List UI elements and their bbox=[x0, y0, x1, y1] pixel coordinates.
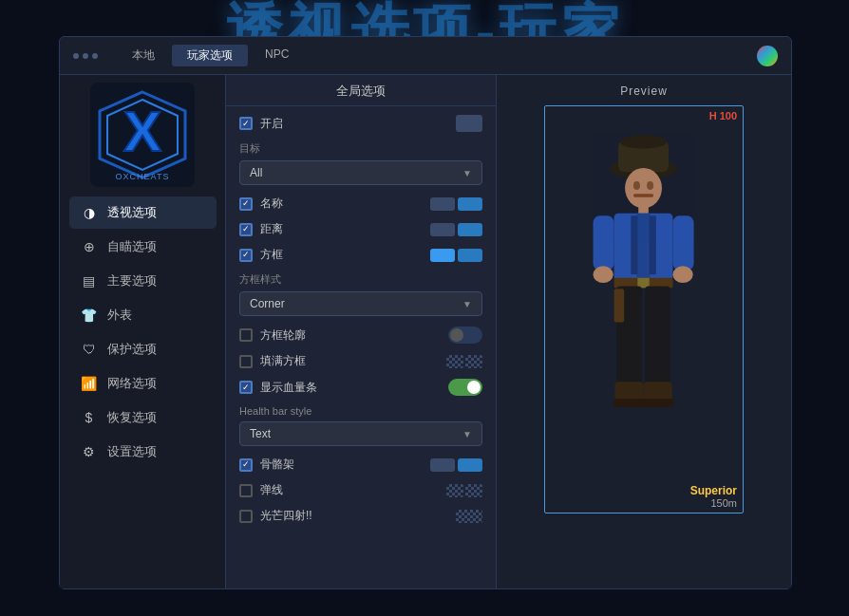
sidebar-label-settings: 设置选项 bbox=[107, 443, 157, 460]
target-dropdown[interactable]: All ▼ bbox=[239, 160, 482, 185]
spring-checker-2[interactable] bbox=[465, 484, 482, 497]
sidebar-label-aim: 自瞄选项 bbox=[107, 238, 157, 255]
distance-toggles bbox=[430, 223, 482, 236]
section-title: 全局选项 bbox=[226, 75, 496, 106]
target-sublabel: 目标 bbox=[226, 137, 496, 158]
content-area: 全局选项 开启 目标 All ▼ 名 bbox=[226, 75, 791, 588]
enable-checkbox[interactable] bbox=[239, 117, 253, 130]
glow-label: 光芒四射!! bbox=[260, 508, 448, 524]
target-dropdown-row: All ▼ bbox=[226, 158, 496, 191]
spring-toggle bbox=[446, 484, 482, 497]
fill-frame-checkbox[interactable] bbox=[239, 355, 253, 368]
svg-rect-27 bbox=[613, 399, 646, 407]
main-icon: ▤ bbox=[81, 272, 98, 289]
health-bar-style-sublabel: Health bar style bbox=[226, 401, 496, 419]
frame-style-dropdown[interactable]: Corner ▼ bbox=[239, 291, 482, 316]
svg-rect-18 bbox=[673, 215, 694, 270]
svg-point-10 bbox=[648, 181, 654, 190]
network-icon: 📶 bbox=[81, 375, 98, 392]
checker-box-2[interactable] bbox=[465, 355, 482, 368]
frame-row: 方框 bbox=[226, 242, 496, 268]
sidebar-item-visuals[interactable]: ◑ 透视选项 bbox=[69, 196, 217, 229]
svg-point-9 bbox=[633, 181, 640, 190]
fill-frame-row: 填满方框 bbox=[226, 348, 496, 374]
superior-label: Superior 150m bbox=[690, 484, 737, 509]
tab-local[interactable]: 本地 bbox=[117, 45, 170, 66]
visuals-icon: ◑ bbox=[81, 204, 98, 221]
health-style-arrow: ▼ bbox=[462, 429, 472, 439]
svg-point-8 bbox=[626, 168, 663, 208]
sidebar-item-network[interactable]: 📶 网络选项 bbox=[69, 367, 217, 400]
target-dropdown-arrow: ▼ bbox=[462, 168, 472, 178]
sidebar-item-aim[interactable]: ⊕ 自瞄选项 bbox=[69, 231, 217, 263]
skeleton-toggle-off[interactable] bbox=[430, 458, 455, 472]
sidebar-label-appearance: 外表 bbox=[107, 307, 132, 324]
glow-checkbox[interactable] bbox=[239, 510, 253, 523]
sidebar-item-main[interactable]: ▤ 主要选项 bbox=[69, 265, 217, 297]
distance-label: 距离 bbox=[260, 221, 423, 237]
svg-rect-29 bbox=[614, 289, 625, 322]
show-health-toggle[interactable] bbox=[448, 379, 482, 396]
aim-icon: ⊕ bbox=[81, 238, 98, 255]
sidebar-item-appearance[interactable]: 👕 外表 bbox=[69, 299, 217, 331]
spring-checkbox[interactable] bbox=[239, 484, 253, 497]
distance-toggle-on[interactable] bbox=[458, 223, 482, 236]
sidebar-item-protection[interactable]: 🛡 保护选项 bbox=[69, 333, 217, 365]
sidebar-label-network: 网络选项 bbox=[107, 375, 157, 392]
skeleton-checkbox[interactable] bbox=[239, 458, 253, 472]
name-toggle-off[interactable] bbox=[430, 197, 455, 211]
svg-point-19 bbox=[594, 266, 613, 283]
frame-toggle-on1[interactable] bbox=[430, 249, 455, 262]
spring-checker-1[interactable] bbox=[446, 484, 463, 497]
svg-rect-24 bbox=[646, 286, 671, 386]
body-area: X OXCHEATS ◑ 透视选项 ⊕ 自瞄选项 ▤ 主要选项 👕 外表 bbox=[60, 75, 791, 588]
name-label: 名称 bbox=[260, 196, 423, 212]
spring-label: 弹线 bbox=[260, 482, 439, 498]
glow-toggle[interactable] bbox=[456, 510, 482, 523]
dot-2 bbox=[83, 53, 88, 59]
sidebar-label-visuals: 透视选项 bbox=[107, 204, 157, 221]
svg-point-20 bbox=[673, 266, 693, 283]
sidebar-item-recovery[interactable]: $ 恢复选项 bbox=[69, 401, 217, 434]
enable-toggle[interactable] bbox=[456, 115, 482, 132]
svg-point-7 bbox=[620, 135, 667, 148]
name-toggle-on[interactable] bbox=[458, 197, 482, 211]
name-checkbox[interactable] bbox=[239, 197, 253, 211]
spring-row: 弹线 bbox=[226, 477, 496, 503]
logo-area: X OXCHEATS bbox=[90, 83, 195, 187]
preview-title: Preview bbox=[620, 84, 668, 98]
skeleton-row: 骨骼架 bbox=[226, 452, 496, 477]
svg-text:OXCHEATS: OXCHEATS bbox=[116, 172, 170, 181]
distance-toggle-off[interactable] bbox=[430, 223, 455, 236]
enable-row: 开启 bbox=[226, 110, 496, 137]
frame-border-toggle[interactable] bbox=[448, 327, 482, 344]
skeleton-toggle-on[interactable] bbox=[458, 458, 482, 472]
tab-npc[interactable]: NPC bbox=[250, 45, 304, 66]
health-style-value: Text bbox=[250, 427, 271, 440]
dot-1 bbox=[73, 53, 79, 59]
checker-box-1[interactable] bbox=[446, 355, 463, 368]
distance-checkbox[interactable] bbox=[239, 223, 253, 236]
svg-rect-17 bbox=[594, 215, 614, 270]
main-panel: 本地 玩家选项 NPC X OXCHEATS bbox=[59, 36, 792, 589]
sidebar-item-settings[interactable]: ⚙ 设置选项 bbox=[69, 436, 217, 468]
color-picker-icon[interactable] bbox=[757, 46, 778, 66]
frame-style-arrow: ▼ bbox=[462, 299, 472, 309]
skeleton-label: 骨骼架 bbox=[260, 457, 423, 473]
svg-rect-12 bbox=[639, 205, 650, 214]
top-tabs: 本地 玩家选项 NPC bbox=[117, 45, 304, 66]
frame-toggle-on2[interactable] bbox=[458, 249, 482, 262]
frame-checkbox[interactable] bbox=[239, 249, 253, 262]
target-value: All bbox=[250, 166, 262, 179]
show-health-checkbox[interactable] bbox=[239, 381, 253, 394]
svg-rect-15 bbox=[632, 215, 638, 274]
health-style-dropdown[interactable]: Text ▼ bbox=[239, 421, 482, 446]
superior-dist: 150m bbox=[690, 497, 737, 509]
tab-player[interactable]: 玩家选项 bbox=[172, 45, 248, 66]
frame-border-checkbox[interactable] bbox=[239, 328, 253, 342]
glow-row: 光芒四射!! bbox=[226, 503, 496, 529]
character-svg bbox=[568, 117, 719, 503]
logo-svg: X OXCHEATS bbox=[90, 83, 195, 187]
frame-border-label: 方框轮廓 bbox=[260, 327, 441, 344]
superior-name: Superior bbox=[690, 484, 737, 497]
